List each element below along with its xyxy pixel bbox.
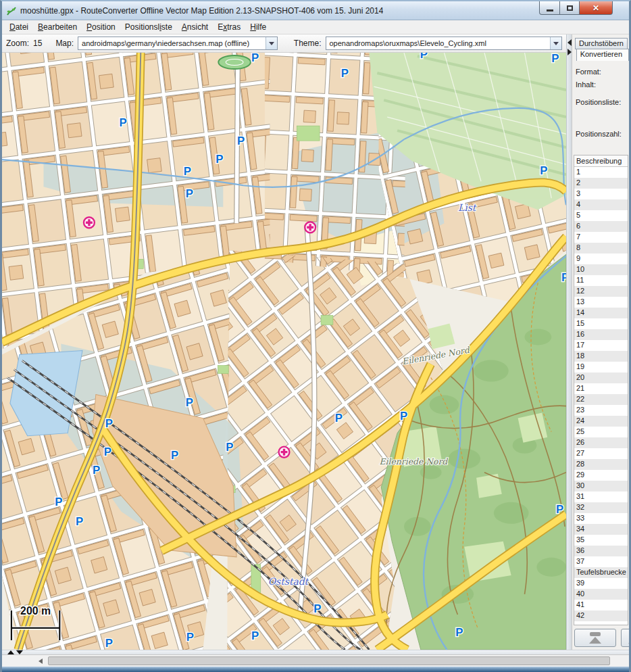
position-row[interactable]: 20 bbox=[574, 373, 628, 383]
toolbar: Zoom: 15 Map: androidmaps\germany\nieder… bbox=[2, 34, 566, 53]
position-row[interactable]: 2 bbox=[574, 178, 628, 189]
position-row[interactable]: 16 bbox=[574, 329, 628, 340]
parking-icon: P bbox=[400, 410, 407, 423]
position-row[interactable]: 21 bbox=[574, 383, 628, 394]
position-row[interactable]: 3 bbox=[574, 189, 628, 199]
parking-icon: P bbox=[455, 626, 463, 639]
map-label: Map: bbox=[55, 39, 74, 48]
position-row[interactable]: 31 bbox=[574, 491, 628, 502]
parking-icon: P bbox=[540, 164, 547, 177]
menu-item-hilfe[interactable]: Hilfe bbox=[245, 21, 271, 33]
position-row[interactable]: 14 bbox=[574, 308, 628, 318]
menu-bar: DateiBearbeitenPositionPositionslisteAns… bbox=[2, 20, 629, 34]
hospital-icon bbox=[279, 447, 290, 458]
position-row[interactable]: 18 bbox=[574, 351, 628, 362]
position-row[interactable]: 36 bbox=[574, 546, 628, 556]
position-row[interactable]: 37 bbox=[574, 556, 628, 567]
horizontal-scrollbar[interactable] bbox=[2, 654, 629, 667]
vertical-splitter[interactable] bbox=[566, 34, 572, 650]
position-row[interactable]: 9 bbox=[574, 254, 628, 264]
position-row[interactable]: 35 bbox=[574, 535, 628, 546]
format-label: Format: bbox=[576, 68, 629, 76]
menu-item-extras[interactable]: Extras bbox=[213, 21, 245, 33]
position-row[interactable]: 39 bbox=[574, 578, 628, 589]
position-row[interactable]: Teufelsbruecke bbox=[574, 567, 628, 578]
app-window: mooshütte.gpx - RouteConverter Offline V… bbox=[0, 0, 631, 672]
side-panel: Durchstöbern Konvertieren Format: Inhalt… bbox=[572, 34, 629, 650]
position-row[interactable]: 29 bbox=[574, 470, 628, 481]
chevron-down-icon[interactable] bbox=[266, 37, 277, 49]
position-row[interactable]: 28 bbox=[574, 459, 628, 470]
position-row[interactable]: 27 bbox=[574, 448, 628, 459]
theme-combobox[interactable]: openandromaps\oruxmaps\Elevelo_Cycling.x… bbox=[326, 37, 563, 50]
position-row[interactable]: 6 bbox=[574, 221, 628, 232]
map-label: Oststadt bbox=[268, 576, 309, 587]
position-row[interactable]: 1 bbox=[574, 167, 628, 178]
position-row[interactable]: 11 bbox=[574, 275, 628, 286]
position-row[interactable]: 32 bbox=[574, 502, 628, 513]
position-row[interactable]: 34 bbox=[574, 524, 628, 535]
parking-icon: P bbox=[313, 602, 321, 615]
position-row[interactable]: 33 bbox=[574, 513, 628, 524]
expand-map-button[interactable] bbox=[574, 629, 616, 647]
parking-icon: P bbox=[251, 629, 259, 642]
parking-icon: P bbox=[216, 153, 223, 166]
minimize-icon bbox=[547, 9, 553, 11]
menu-item-ansicht[interactable]: Ansicht bbox=[177, 21, 213, 33]
secondary-button[interactable] bbox=[621, 629, 629, 647]
parking-icon: P bbox=[105, 637, 113, 650]
position-row[interactable]: 5 bbox=[574, 210, 628, 221]
theme-combobox-value: openandromaps\oruxmaps\Elevelo_Cycling.x… bbox=[326, 39, 551, 47]
parking-icon: P bbox=[186, 631, 194, 644]
position-row[interactable]: 30 bbox=[574, 481, 628, 491]
scrollbar-thumb[interactable] bbox=[48, 656, 610, 665]
position-row[interactable]: 26 bbox=[574, 437, 628, 448]
map-combobox[interactable]: androidmaps\germany\niedersachsen.map (o… bbox=[78, 37, 278, 50]
hospital-icon bbox=[305, 222, 316, 233]
parking-icon: P bbox=[76, 515, 83, 528]
position-row[interactable]: 8 bbox=[574, 243, 628, 254]
parking-icon: P bbox=[186, 187, 193, 200]
scroll-left-icon[interactable] bbox=[39, 658, 43, 664]
position-row[interactable]: 17 bbox=[574, 340, 628, 351]
zoom-label: Zoom: bbox=[6, 39, 29, 48]
position-table[interactable]: Beschreibung 123456789101112131415161718… bbox=[574, 155, 628, 625]
maximize-button[interactable] bbox=[560, 1, 580, 15]
position-row[interactable]: 12 bbox=[574, 286, 628, 297]
menu-item-positionsliste[interactable]: Positionsliste bbox=[120, 21, 177, 33]
position-row[interactable]: 22 bbox=[574, 394, 628, 405]
map-combobox-value: androidmaps\germany\niedersachsen.map (o… bbox=[78, 39, 266, 47]
position-row[interactable]: 42 bbox=[574, 610, 628, 621]
minimize-button[interactable] bbox=[539, 1, 560, 15]
parking-icon: P bbox=[237, 135, 245, 147]
map-view[interactable]: PPPPPPPPPPPPPPPPPPPPPPPPPPP ListOststadt… bbox=[2, 53, 566, 650]
chevron-down-icon[interactable] bbox=[550, 37, 561, 49]
position-row[interactable]: 13 bbox=[574, 297, 628, 308]
scale-label: 200 m bbox=[20, 605, 51, 617]
title-bar: mooshütte.gpx - RouteConverter Offline V… bbox=[2, 1, 629, 20]
position-row[interactable]: 40 bbox=[574, 589, 628, 600]
position-row[interactable]: 15 bbox=[574, 318, 628, 329]
close-button[interactable]: ✕ bbox=[580, 1, 613, 15]
positionszahl-label: Positionszahl: bbox=[576, 130, 629, 138]
tab-konvertieren[interactable]: Konvertieren bbox=[576, 49, 629, 61]
parking-icon: P bbox=[556, 503, 563, 516]
position-row[interactable]: 10 bbox=[574, 264, 628, 275]
parking-icon: P bbox=[551, 53, 559, 65]
position-row[interactable]: 23 bbox=[574, 405, 628, 416]
position-row[interactable]: 41 bbox=[574, 600, 628, 610]
position-row[interactable]: 25 bbox=[574, 427, 628, 437]
position-row[interactable]: 7 bbox=[574, 232, 628, 243]
menu-item-position[interactable]: Position bbox=[82, 21, 120, 33]
horizontal-splitter[interactable] bbox=[2, 650, 629, 654]
menu-item-bearbeiten[interactable]: Bearbeiten bbox=[33, 21, 82, 33]
eject-icon bbox=[590, 632, 601, 636]
parking-icon: P bbox=[93, 464, 100, 477]
position-row[interactable]: 24 bbox=[574, 416, 628, 427]
table-header: Beschreibung bbox=[574, 155, 628, 167]
tab-durchstoebern[interactable]: Durchstöbern bbox=[575, 38, 628, 49]
position-row[interactable]: 4 bbox=[574, 199, 628, 210]
parking-icon: P bbox=[120, 116, 127, 129]
menu-item-datei[interactable]: Datei bbox=[5, 21, 33, 33]
position-row[interactable]: 19 bbox=[574, 362, 628, 373]
